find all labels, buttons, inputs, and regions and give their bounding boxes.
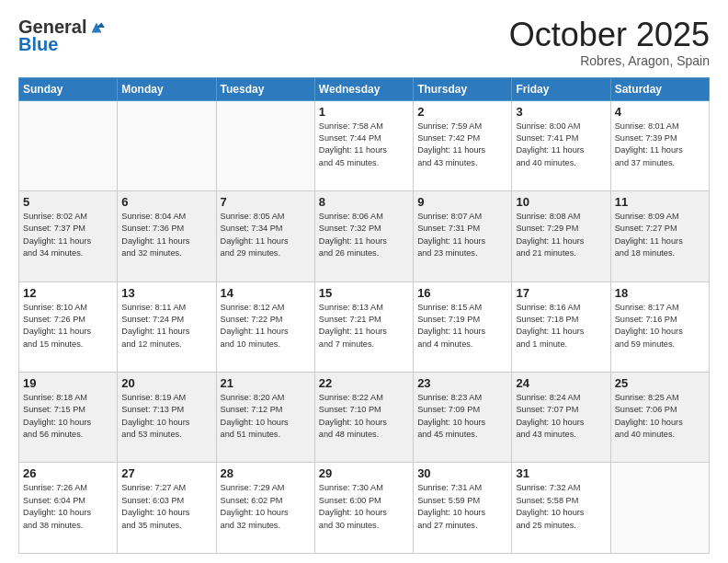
day-info: Sunrise: 8:16 AM Sunset: 7:18 PM Dayligh…: [516, 302, 606, 350]
calendar-week-row: 12Sunrise: 8:10 AM Sunset: 7:26 PM Dayli…: [19, 282, 710, 372]
logo-blue-text: Blue: [18, 34, 58, 55]
calendar-cell: 7Sunrise: 8:05 AM Sunset: 7:34 PM Daylig…: [216, 191, 314, 282]
calendar-week-row: 5Sunrise: 8:02 AM Sunset: 7:37 PM Daylig…: [19, 191, 710, 282]
day-number: 25: [615, 376, 705, 390]
day-info: Sunrise: 7:27 AM Sunset: 6:03 PM Dayligh…: [121, 482, 211, 531]
weekday-header-friday: Friday: [512, 77, 610, 100]
day-info: Sunrise: 8:02 AM Sunset: 7:37 PM Dayligh…: [23, 211, 113, 259]
calendar-cell: 13Sunrise: 8:11 AM Sunset: 7:24 PM Dayli…: [118, 282, 216, 372]
weekday-header-tuesday: Tuesday: [216, 77, 314, 100]
calendar-cell: 29Sunrise: 7:30 AM Sunset: 6:00 PM Dayli…: [314, 463, 413, 554]
day-number: 30: [417, 466, 507, 480]
day-number: 26: [23, 466, 113, 480]
month-title: October 2025: [509, 17, 710, 53]
calendar-cell: 10Sunrise: 8:08 AM Sunset: 7:29 PM Dayli…: [512, 191, 610, 282]
calendar-cell: 23Sunrise: 8:23 AM Sunset: 7:09 PM Dayli…: [414, 373, 512, 463]
calendar-cell: 22Sunrise: 8:22 AM Sunset: 7:10 PM Dayli…: [314, 373, 413, 463]
weekday-header-thursday: Thursday: [414, 77, 512, 100]
day-info: Sunrise: 8:10 AM Sunset: 7:26 PM Dayligh…: [23, 302, 113, 350]
day-info: Sunrise: 8:13 AM Sunset: 7:21 PM Dayligh…: [319, 302, 409, 350]
day-info: Sunrise: 8:08 AM Sunset: 7:29 PM Dayligh…: [516, 211, 606, 259]
calendar-cell: [19, 100, 118, 190]
day-info: Sunrise: 8:20 AM Sunset: 7:12 PM Dayligh…: [221, 392, 311, 441]
weekday-header-monday: Monday: [118, 77, 216, 100]
calendar-cell: 21Sunrise: 8:20 AM Sunset: 7:12 PM Dayli…: [216, 373, 314, 463]
calendar-cell: 2Sunrise: 7:59 AM Sunset: 7:42 PM Daylig…: [414, 100, 512, 190]
calendar-cell: 3Sunrise: 8:00 AM Sunset: 7:41 PM Daylig…: [512, 100, 610, 190]
logo-icon: [88, 19, 105, 36]
calendar-cell: 14Sunrise: 8:12 AM Sunset: 7:22 PM Dayli…: [216, 282, 314, 372]
day-info: Sunrise: 8:07 AM Sunset: 7:31 PM Dayligh…: [417, 211, 507, 259]
calendar-week-row: 19Sunrise: 8:18 AM Sunset: 7:15 PM Dayli…: [19, 373, 710, 463]
calendar-cell: [610, 463, 709, 554]
calendar-cell: 25Sunrise: 8:25 AM Sunset: 7:06 PM Dayli…: [610, 373, 709, 463]
day-number: 13: [121, 286, 211, 300]
day-info: Sunrise: 8:15 AM Sunset: 7:19 PM Dayligh…: [417, 302, 507, 350]
calendar-cell: 17Sunrise: 8:16 AM Sunset: 7:18 PM Dayli…: [512, 282, 610, 372]
calendar-cell: 24Sunrise: 8:24 AM Sunset: 7:07 PM Dayli…: [512, 373, 610, 463]
day-number: 22: [319, 376, 409, 390]
calendar-cell: 28Sunrise: 7:29 AM Sunset: 6:02 PM Dayli…: [216, 463, 314, 554]
day-number: 31: [516, 466, 606, 480]
day-info: Sunrise: 8:23 AM Sunset: 7:09 PM Dayligh…: [417, 392, 507, 441]
day-number: 16: [417, 286, 507, 300]
calendar-cell: 31Sunrise: 7:32 AM Sunset: 5:58 PM Dayli…: [512, 463, 610, 554]
day-info: Sunrise: 7:31 AM Sunset: 5:59 PM Dayligh…: [417, 482, 507, 531]
day-number: 4: [615, 105, 705, 119]
day-info: Sunrise: 8:22 AM Sunset: 7:10 PM Dayligh…: [319, 392, 409, 441]
calendar-cell: 9Sunrise: 8:07 AM Sunset: 7:31 PM Daylig…: [414, 191, 512, 282]
day-info: Sunrise: 8:25 AM Sunset: 7:06 PM Dayligh…: [615, 392, 705, 441]
day-number: 8: [319, 195, 409, 209]
day-info: Sunrise: 8:06 AM Sunset: 7:32 PM Dayligh…: [319, 211, 409, 259]
day-info: Sunrise: 8:00 AM Sunset: 7:41 PM Dayligh…: [516, 121, 606, 169]
day-info: Sunrise: 8:19 AM Sunset: 7:13 PM Dayligh…: [121, 392, 211, 441]
day-info: Sunrise: 7:26 AM Sunset: 6:04 PM Dayligh…: [23, 482, 113, 531]
weekday-header-sunday: Sunday: [19, 77, 118, 100]
day-number: 28: [221, 466, 311, 480]
day-number: 24: [516, 376, 606, 390]
day-info: Sunrise: 7:32 AM Sunset: 5:58 PM Dayligh…: [516, 482, 606, 531]
calendar-cell: 26Sunrise: 7:26 AM Sunset: 6:04 PM Dayli…: [19, 463, 118, 554]
day-number: 27: [121, 466, 211, 480]
calendar-cell: 16Sunrise: 8:15 AM Sunset: 7:19 PM Dayli…: [414, 282, 512, 372]
calendar-cell: 20Sunrise: 8:19 AM Sunset: 7:13 PM Dayli…: [118, 373, 216, 463]
calendar-cell: 15Sunrise: 8:13 AM Sunset: 7:21 PM Dayli…: [314, 282, 413, 372]
day-number: 14: [221, 286, 311, 300]
day-info: Sunrise: 7:30 AM Sunset: 6:00 PM Dayligh…: [319, 482, 409, 531]
day-number: 20: [121, 376, 211, 390]
calendar-week-row: 1Sunrise: 7:58 AM Sunset: 7:44 PM Daylig…: [19, 100, 710, 190]
day-number: 3: [516, 105, 606, 119]
day-number: 12: [23, 286, 113, 300]
title-block: October 2025 Robres, Aragon, Spain: [509, 17, 710, 68]
calendar-cell: 30Sunrise: 7:31 AM Sunset: 5:59 PM Dayli…: [414, 463, 512, 554]
day-info: Sunrise: 8:01 AM Sunset: 7:39 PM Dayligh…: [615, 121, 705, 169]
day-info: Sunrise: 8:05 AM Sunset: 7:34 PM Dayligh…: [221, 211, 311, 259]
day-info: Sunrise: 8:11 AM Sunset: 7:24 PM Dayligh…: [121, 302, 211, 350]
day-number: 7: [221, 195, 311, 209]
day-info: Sunrise: 8:24 AM Sunset: 7:07 PM Dayligh…: [516, 392, 606, 441]
calendar-cell: 12Sunrise: 8:10 AM Sunset: 7:26 PM Dayli…: [19, 282, 118, 372]
calendar-week-row: 26Sunrise: 7:26 AM Sunset: 6:04 PM Dayli…: [19, 463, 710, 554]
weekday-header-saturday: Saturday: [610, 77, 709, 100]
day-info: Sunrise: 7:59 AM Sunset: 7:42 PM Dayligh…: [417, 121, 507, 169]
calendar-cell: 1Sunrise: 7:58 AM Sunset: 7:44 PM Daylig…: [314, 100, 413, 190]
calendar-table: SundayMondayTuesdayWednesdayThursdayFrid…: [18, 77, 710, 554]
location-subtitle: Robres, Aragon, Spain: [509, 53, 710, 68]
day-number: 18: [615, 286, 705, 300]
day-info: Sunrise: 8:17 AM Sunset: 7:16 PM Dayligh…: [615, 302, 705, 350]
calendar-cell: 4Sunrise: 8:01 AM Sunset: 7:39 PM Daylig…: [610, 100, 709, 190]
calendar-cell: 19Sunrise: 8:18 AM Sunset: 7:15 PM Dayli…: [19, 373, 118, 463]
page: General Blue October 2025 Robres, Aragon…: [0, 0, 728, 563]
calendar-cell: 6Sunrise: 8:04 AM Sunset: 7:36 PM Daylig…: [118, 191, 216, 282]
day-number: 5: [23, 195, 113, 209]
day-info: Sunrise: 7:29 AM Sunset: 6:02 PM Dayligh…: [221, 482, 311, 531]
day-number: 9: [417, 195, 507, 209]
day-info: Sunrise: 8:18 AM Sunset: 7:15 PM Dayligh…: [23, 392, 113, 441]
day-info: Sunrise: 7:58 AM Sunset: 7:44 PM Dayligh…: [319, 121, 409, 169]
calendar-cell: 27Sunrise: 7:27 AM Sunset: 6:03 PM Dayli…: [118, 463, 216, 554]
day-info: Sunrise: 8:09 AM Sunset: 7:27 PM Dayligh…: [615, 211, 705, 259]
logo: General Blue: [18, 17, 105, 55]
day-number: 29: [319, 466, 409, 480]
weekday-header-row: SundayMondayTuesdayWednesdayThursdayFrid…: [19, 77, 710, 100]
day-number: 17: [516, 286, 606, 300]
